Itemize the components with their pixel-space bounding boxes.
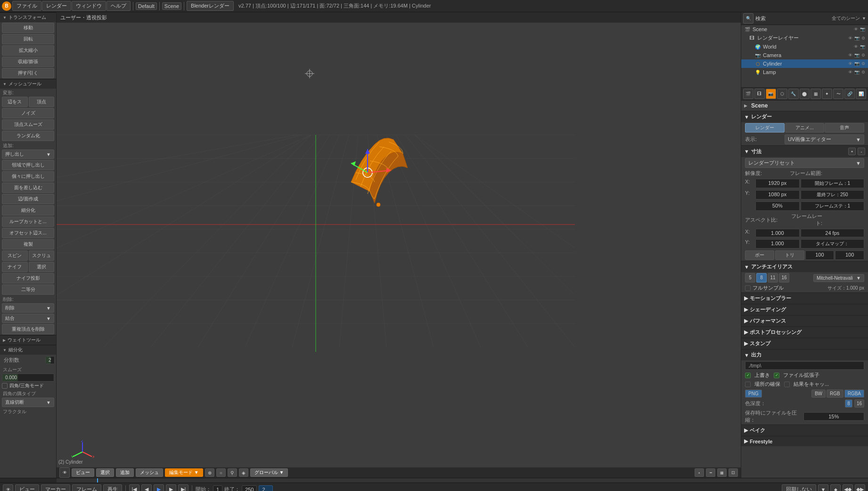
vertex-mode-icon[interactable]: ▪ [695,468,704,477]
btn-select[interactable]: 選択 [29,262,55,272]
btn-view[interactable]: ビュー [72,468,94,477]
freestyle-header[interactable]: ▶ Freestyle [741,436,868,446]
subdivide-count-field[interactable]: 2 [45,356,55,364]
viewport-onion-icon[interactable]: ◈ [239,468,248,477]
btn-spin[interactable]: スピン [2,250,28,261]
format-rgba-btn[interactable]: RGBA [844,390,864,398]
output-header[interactable]: ▼ 出力 [741,350,868,360]
props-renderlayer-btn[interactable]: 🎞 [754,89,765,99]
props-render-btn[interactable]: 📷 [766,89,776,99]
props-texture-btn[interactable]: ▦ [811,89,821,99]
fps-field[interactable]: 24 fps [801,229,864,237]
outliner-lamp[interactable]: 💡 Lamp 👁 📷 ⚙ [741,68,868,76]
btn-rotate[interactable]: 回転 [2,34,54,44]
start-frame-field[interactable]: 開始フレーム：1 [801,179,864,188]
btn-edge-face[interactable]: 辺/面作成 [2,194,54,204]
performance-header[interactable]: ▶ パフォーマンス [741,316,868,326]
props-data-btn[interactable]: 📊 [856,89,866,99]
props-physics-btn[interactable]: 〜 [833,89,843,99]
btn-bisect[interactable]: 二等分 [2,284,54,295]
sync-label[interactable]: 同期しない [782,484,816,491]
props-material-btn[interactable]: ⬤ [800,89,810,99]
smooth-field[interactable]: 0.000 [2,374,54,382]
tab-sound[interactable]: 音声 [825,123,864,133]
face-mode-icon[interactable]: ▦ [717,468,727,477]
output-path-field[interactable]: ./tmp\ [745,361,864,370]
outliner-scene[interactable]: 🎬 Scene 👁 📷 [741,25,868,33]
bake-header[interactable]: ▶ ベイク [741,425,868,436]
start-frame-bottom[interactable]: 1 [213,485,222,491]
outliner-cylinder[interactable]: ⬡ Cylinder 👁 📷 ⚙ [741,59,868,68]
menu-file[interactable]: ファイル [12,1,41,11]
format-rgb-btn[interactable]: RGB [827,390,843,398]
outliner-search-icon[interactable]: 🔍 [743,13,753,24]
btn-global[interactable]: グローバル ▼ [250,468,288,477]
shading-header[interactable]: ▶ シェーディング [741,304,868,315]
menu-render[interactable]: レンダー [42,1,71,11]
btn-vertex[interactable]: 頂点 [29,97,55,107]
btn-shrink[interactable]: 収縮/膨張 [2,57,54,67]
viewport[interactable]: ユーザー・透視投影 [57,12,741,478]
props-constraints-btn[interactable]: 🔗 [844,89,855,99]
render-section-header[interactable]: ▼ レンダー [741,111,868,122]
xray-icon[interactable]: ⊡ [729,468,738,477]
aa-11-btn[interactable]: 11 [768,273,778,283]
btn-offset-edge[interactable]: オフセット辺ス... [2,228,54,238]
timeline-ruler[interactable] [57,478,868,483]
motion-blur-header[interactable]: ▶ モーションブラー [741,293,868,304]
tab-render[interactable]: レンダー [745,123,785,133]
props-scene-btn[interactable]: 🎬 [743,89,753,99]
btn-scale[interactable]: 拡大縮小 [2,45,54,56]
tab-anim[interactable]: アニメ... [785,123,825,133]
btn-push[interactable]: 押す/引く [2,68,54,78]
btn-edge-slide[interactable]: 辺をス [2,97,28,107]
border-btn[interactable]: ボー [745,250,774,260]
filter-dropdown[interactable]: Mitchell-Netravali ▼ [813,274,864,282]
render-engine[interactable]: Blenderレンダー [187,1,234,11]
format-bw-btn[interactable]: BW [811,390,826,398]
dimension-header[interactable]: ▼ 寸法 + - [741,146,868,157]
play-icon[interactable]: ▶ [154,484,164,491]
btn-select[interactable]: 選択 [96,468,114,477]
prev-key-icon[interactable]: ◀◆ [843,484,853,491]
border-y-field[interactable]: 100 [835,250,864,260]
btn-loopcut[interactable]: ループカットと... [2,216,54,227]
stamp-header[interactable]: ▶ スタンプ [741,338,868,349]
btn-subdivide[interactable]: 細分化 [2,205,54,216]
overwrite-checkbox[interactable]: ✓ [745,373,751,378]
edge-mode-icon[interactable]: ━ [706,468,715,477]
btn-mesh[interactable]: メッシュ [136,468,163,477]
display-dropdown[interactable]: UV画像エディター ▼ [785,134,864,144]
key-type-icon[interactable]: ◆ [830,484,841,491]
sync-dropdown-icon[interactable]: ▼ [818,484,828,491]
current-frame-bottom[interactable]: 2 [259,485,273,491]
aspect-x-field[interactable]: 1.000 [755,229,800,237]
frame-step-field[interactable]: フレームステ：1 [801,201,864,211]
res-x-field[interactable]: 1920 px [755,179,800,188]
workspace-selector[interactable]: Default [136,2,157,10]
time-remap-field[interactable]: タイムマップ： [801,239,864,249]
btn-move[interactable]: 移動 [2,23,54,33]
file-ext-checkbox[interactable]: ✓ [774,373,779,378]
btn-add[interactable]: 追加 [116,468,134,477]
format-png-btn[interactable]: PNG [745,390,762,398]
btn-inset[interactable]: 面を差し込む [2,183,54,193]
btn-timeline-frame[interactable]: フレーム [72,484,101,491]
post-header[interactable]: ▶ ポストプロセッシング [741,327,868,338]
outliner-world[interactable]: 🌍 World 👁 📷 [741,42,868,51]
end-frame-bottom[interactable]: 250 [242,485,257,491]
btn-duplicate[interactable]: 複製 [2,239,54,250]
render-preset-delete-btn[interactable]: - [858,148,865,155]
jump-start-icon[interactable]: |◀ [129,484,139,491]
scale-field[interactable]: 50% [755,201,800,211]
render-preset-btn[interactable]: + [848,148,856,155]
dropdown-merge[interactable]: 結合 ▼ [2,314,54,323]
dropdown-extrude[interactable]: 押し出し ▼ [2,150,54,159]
btn-remove-doubles[interactable]: 重複頂点を削除 [2,324,54,334]
quad-tri-checkbox[interactable] [2,383,8,389]
border-x-field[interactable]: 100 [805,250,835,260]
aa-5-btn[interactable]: 5 [745,273,755,283]
depth-16-btn[interactable]: 16 [854,399,864,408]
viewport-pivot-icon[interactable]: ⊕ [205,468,214,477]
end-frame-field[interactable]: 最終フレ：250 [801,190,864,200]
